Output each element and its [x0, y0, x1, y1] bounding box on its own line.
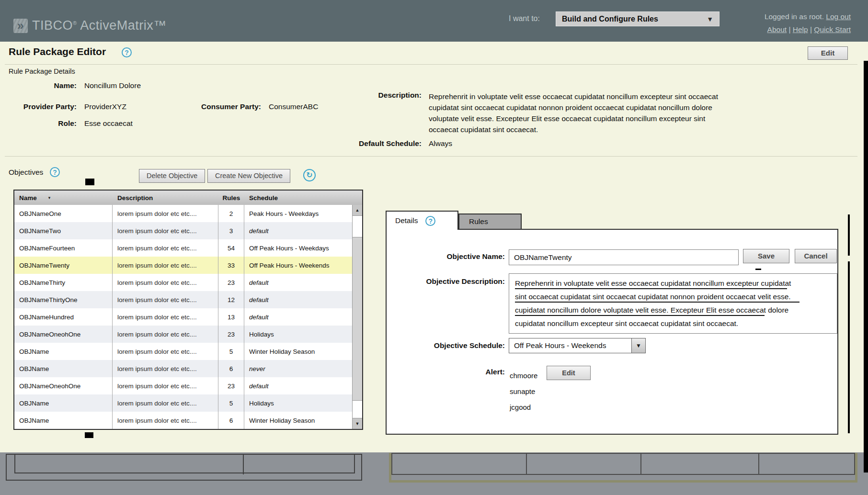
save-button[interactable]: Save: [743, 249, 789, 263]
cell-rules: 54: [218, 239, 244, 257]
table-row[interactable]: OBJNameThirtylorem ipsum dolor etc etc..…: [14, 274, 352, 291]
cell-schedule: default: [244, 291, 352, 308]
cell-rules: 23: [218, 377, 244, 394]
cell-description: lorem ipsum dolor etc etc....: [113, 343, 218, 360]
table-row[interactable]: OBJNameThirtyOnelorem ipsum dolor etc et…: [14, 291, 352, 308]
scrollbar-thumb[interactable]: [353, 216, 362, 237]
table-row[interactable]: OBJNameFourteenlorem ipsum dolor etc etc…: [14, 239, 352, 257]
annotation-right-bar: [864, 61, 868, 472]
alert-label: Alert:: [394, 368, 505, 376]
cell-description: lorem ipsum dolor etc etc....: [113, 360, 218, 377]
objectives-table-body: OBJNameOnelorem ipsum dolor etc etc....2…: [14, 205, 352, 429]
column-header-schedule[interactable]: Schedule: [244, 194, 352, 202]
cell-name: OBJName: [14, 394, 113, 412]
refresh-icon[interactable]: ↻: [303, 169, 316, 181]
tab-details[interactable]: Details ?: [386, 211, 458, 230]
description-line: Reprehenrit in voluptate velit esse occa…: [515, 277, 831, 290]
divider: [5, 156, 857, 157]
chevron-down-icon: ▼: [707, 15, 713, 23]
edit-package-button[interactable]: Edit: [808, 46, 848, 60]
cell-name: OBJNameThirtyOne: [14, 291, 113, 308]
cell-schedule: Off Peak Hours - Weekdays: [244, 239, 352, 257]
create-new-objective-button[interactable]: Create New Objective: [207, 169, 290, 183]
alert-user-list: chmooresunaptejcgood: [510, 368, 537, 415]
objective-schedule-dropdown[interactable]: Off Peak Hours - Weekends ▼: [509, 338, 646, 353]
task-dropdown-value: Build and Configure Rules: [562, 15, 658, 23]
cancel-button[interactable]: Cancel: [795, 249, 837, 263]
table-row[interactable]: OBJNameHundredlorem ipsum dolor etc etc.…: [14, 308, 352, 326]
table-row[interactable]: OBJNamelorem ipsum dolor etc etc....5Hol…: [14, 394, 352, 412]
name-value: Noncillum Dolore: [84, 81, 141, 90]
cell-name: OBJNameTwo: [14, 222, 113, 239]
table-scrollbar[interactable]: ▲ ▼: [352, 205, 362, 429]
table-row[interactable]: OBJNamelorem ipsum dolor etc etc....5Win…: [14, 343, 352, 360]
table-row[interactable]: OBJNameTwentylorem ipsum dolor etc etc..…: [14, 257, 352, 274]
cell-name: OBJNameFourteen: [14, 239, 113, 257]
cropped-panel-divider: [243, 454, 244, 474]
sort-desc-icon: ▾: [48, 195, 51, 200]
column-header-rules[interactable]: Rules: [218, 194, 244, 202]
chevron-down-icon[interactable]: ▼: [631, 338, 645, 353]
objective-description-textarea[interactable]: Reprehenrit in voluptate velit esse occa…: [509, 273, 837, 334]
cell-schedule: Peak Hours - Weekdays: [244, 205, 352, 222]
cell-rules: 23: [218, 326, 244, 343]
annotation-vline: [848, 214, 850, 256]
scroll-down-icon[interactable]: ▼: [353, 418, 362, 429]
session-links: Logged in as root. Log out About | Help …: [765, 10, 851, 36]
delete-objective-button[interactable]: Delete Objective: [139, 169, 205, 183]
cell-rules: 23: [218, 274, 244, 291]
scrollbar-block: [353, 400, 362, 418]
annotation-square: [85, 432, 93, 438]
logout-link[interactable]: Log out: [826, 12, 851, 21]
alert-user: sunapte: [510, 383, 537, 399]
alert-user: jcgood: [510, 399, 537, 415]
table-row[interactable]: OBJNamelorem ipsum dolor etc etc....6nev…: [14, 360, 352, 377]
cell-description: lorem ipsum dolor etc etc....: [113, 377, 218, 394]
annotation-vline: [848, 261, 850, 433]
objective-name-input[interactable]: OBJNameTwenty: [509, 249, 739, 265]
column-header-name[interactable]: Name ▾: [14, 194, 113, 202]
cropped-panel-divider: [758, 453, 759, 475]
cell-name: OBJName: [14, 343, 113, 360]
cell-schedule: Off Peak Hours - Weekends: [244, 257, 352, 274]
tab-rules[interactable]: Rules: [458, 214, 522, 229]
default-schedule-label: Default Schedule:: [331, 139, 422, 148]
column-header-description[interactable]: Description: [113, 194, 218, 202]
cell-name: OBJNameThirty: [14, 274, 113, 291]
logo-text: TIBCO® ActiveMatrix™: [32, 18, 167, 33]
cell-description: lorem ipsum dolor etc etc....: [113, 222, 218, 239]
description-label: Description:: [331, 91, 422, 100]
page-help-icon[interactable]: ?: [122, 47, 132, 57]
about-link[interactable]: About: [767, 25, 787, 34]
objectives-help-icon[interactable]: ?: [50, 167, 60, 177]
task-dropdown[interactable]: Build and Configure Rules ▼: [556, 11, 720, 26]
table-row[interactable]: OBJNameOneohOnelorem ipsum dolor etc etc…: [14, 326, 352, 343]
alert-edit-button[interactable]: Edit: [547, 366, 591, 380]
scroll-up-icon[interactable]: ▲: [353, 205, 362, 216]
table-row[interactable]: OBJNamelorem ipsum dolor etc etc....6Win…: [14, 412, 352, 429]
cell-name: OBJNameOne: [14, 205, 113, 222]
cell-description: lorem ipsum dolor etc etc....: [113, 412, 218, 429]
cell-rules: 2: [218, 205, 244, 222]
quick-start-link[interactable]: Quick Start: [814, 25, 851, 34]
cell-description: lorem ipsum dolor etc etc....: [113, 308, 218, 326]
cell-description: lorem ipsum dolor etc etc....: [113, 205, 218, 222]
cell-schedule: default: [244, 377, 352, 394]
cell-description: lorem ipsum dolor etc etc....: [113, 394, 218, 412]
provider-party-value: ProviderXYZ: [84, 102, 126, 111]
cell-name: OBJName: [14, 412, 113, 429]
cell-rules: 33: [218, 257, 244, 274]
details-help-icon[interactable]: ?: [425, 216, 435, 226]
role-label: Role:: [10, 119, 77, 128]
table-row[interactable]: OBJNameTwolorem ipsum dolor etc etc....3…: [14, 222, 352, 239]
logged-in-text: Logged in as root.: [765, 12, 824, 21]
objective-name-label: Objective Name:: [394, 252, 505, 261]
help-link[interactable]: Help: [793, 25, 808, 34]
cell-schedule: Winter Holiday Season: [244, 412, 352, 429]
cell-schedule: Holidays: [244, 394, 352, 412]
annotation-square: [85, 179, 94, 185]
cell-description: lorem ipsum dolor etc etc....: [113, 274, 218, 291]
table-row[interactable]: OBJNameOnelorem ipsum dolor etc etc....2…: [14, 205, 352, 222]
table-row[interactable]: OBJNameOneohOnelorem ipsum dolor etc etc…: [14, 377, 352, 394]
description-line: cupidatat noncillum dolore voluptate vel…: [515, 304, 831, 317]
